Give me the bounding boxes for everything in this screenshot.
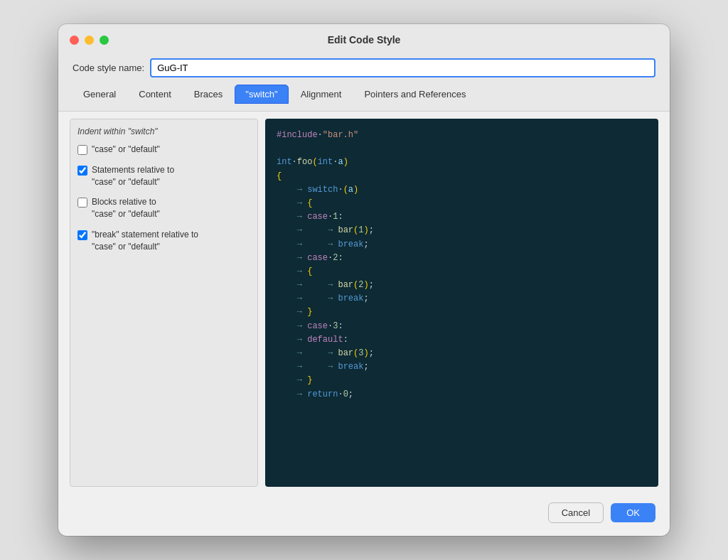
checkbox-statements[interactable] — [77, 166, 87, 176]
code-line-3: { — [277, 170, 647, 183]
dialog-title: Edit Code Style — [328, 34, 401, 45]
tab-braces[interactable]: Braces — [183, 85, 233, 104]
checkbox-label-4: "break" statement relative to"case" or "… — [92, 229, 198, 253]
checkbox-item-3: Blocks relative to"case" or "default" — [77, 196, 250, 220]
code-line-17: → → break; — [277, 360, 647, 374]
checkbox-item-2: Statements relative to"case" or "default… — [77, 164, 250, 188]
edit-code-style-dialog: Edit Code Style Code style name: General… — [58, 24, 670, 536]
checkbox-case-default[interactable] — [77, 145, 87, 155]
tab-pointers[interactable]: Pointers and References — [353, 85, 476, 104]
tab-general[interactable]: General — [73, 85, 127, 104]
footer: Cancel OK — [58, 494, 670, 536]
code-line-2: int·foo(int·a) — [277, 156, 647, 169]
code-line-13: → } — [277, 306, 647, 319]
minimize-button[interactable] — [85, 36, 94, 45]
tabs-bar: General Content Braces "switch" Alignmen… — [70, 80, 658, 104]
name-row: Code style name: — [70, 53, 658, 80]
tab-switch[interactable]: "switch" — [235, 85, 288, 104]
code-preview-panel: #include·"bar.h" int·foo(int·a) { → swit… — [265, 119, 658, 487]
code-line-18: → } — [277, 374, 647, 387]
tab-alignment[interactable]: Alignment — [290, 85, 353, 104]
maximize-button[interactable] — [100, 36, 109, 45]
code-line-15: → default: — [277, 333, 647, 347]
code-line-4: → switch·(a) — [277, 183, 647, 197]
checkbox-label-3: Blocks relative to"case" or "default" — [92, 196, 160, 220]
code-line-8: → → break; — [277, 238, 647, 252]
code-line-5: → { — [277, 197, 647, 210]
ok-button[interactable]: OK — [611, 503, 655, 522]
code-line-10: → { — [277, 265, 647, 279]
code-line-1: #include·"bar.h" — [277, 129, 647, 142]
code-line-7: → → bar(1); — [277, 224, 647, 237]
code-style-name-input[interactable] — [150, 58, 655, 77]
code-content: #include·"bar.h" int·foo(int·a) { → swit… — [265, 119, 658, 487]
code-line-blank1 — [277, 142, 647, 156]
checkbox-blocks[interactable] — [77, 198, 87, 208]
checkbox-item-4: "break" statement relative to"case" or "… — [77, 229, 250, 253]
code-line-6: → case·1: — [277, 210, 647, 224]
code-line-11: → → bar(2); — [277, 279, 647, 292]
tab-content[interactable]: Content — [128, 85, 182, 104]
name-label: Code style name: — [73, 63, 144, 73]
checkbox-label-1: "case" or "default" — [92, 144, 160, 156]
window-controls — [70, 36, 109, 45]
title-bar: Edit Code Style Code style name: General… — [58, 24, 670, 112]
code-line-12: → → break; — [277, 292, 647, 306]
left-panel: Indent within "switch" "case" or "defaul… — [70, 119, 258, 487]
cancel-button[interactable]: Cancel — [548, 502, 604, 523]
section-title: Indent within "switch" — [77, 126, 250, 136]
checkbox-item-1: "case" or "default" — [77, 144, 250, 156]
code-line-16: → → bar(3); — [277, 347, 647, 360]
main-content: Indent within "switch" "case" or "defaul… — [58, 112, 670, 494]
checkbox-break[interactable] — [77, 230, 87, 240]
title-bar-top: Edit Code Style — [70, 34, 658, 45]
close-button[interactable] — [70, 36, 79, 45]
code-line-9: → case·2: — [277, 252, 647, 265]
checkbox-label-2: Statements relative to"case" or "default… — [92, 164, 174, 188]
code-line-14: → case·3: — [277, 320, 647, 333]
code-line-19: → return·0; — [277, 388, 647, 402]
